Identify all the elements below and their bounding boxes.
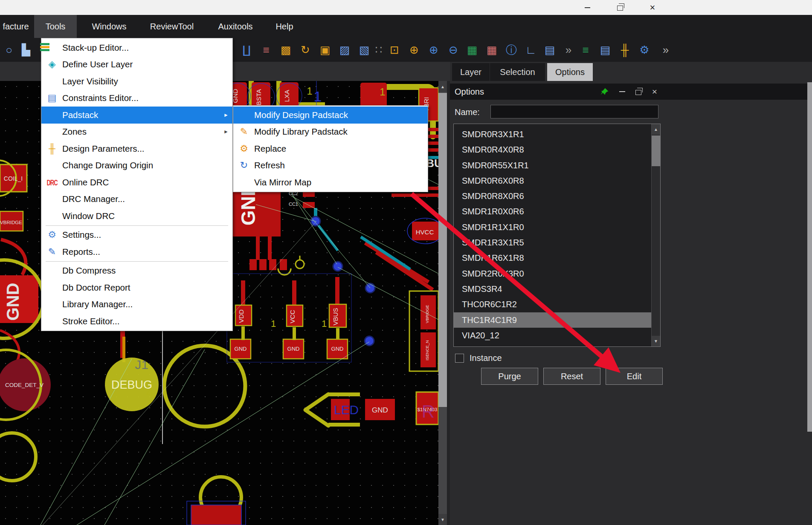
fit-selection-icon[interactable]: ⊡ bbox=[386, 42, 403, 58]
net-properties-icon[interactable]: ≡ bbox=[258, 42, 274, 58]
menu-item-drc-manager[interactable]: DRC Manager... bbox=[41, 191, 232, 208]
mesh-green-icon[interactable]: ▦ bbox=[464, 42, 480, 58]
list-scroll-up-icon[interactable]: ▲ bbox=[652, 124, 660, 135]
panel-close-icon[interactable]: × bbox=[649, 87, 660, 97]
padstack-item-smdr2r0x3r0[interactable]: SMDR2R0X3R0 bbox=[454, 266, 660, 281]
close-button[interactable]: × bbox=[645, 2, 660, 13]
padstack-item-smdr0r4x0r8[interactable]: SMDR0R4X0R8 bbox=[454, 142, 660, 157]
pcb-label: VBRIDGE bbox=[0, 220, 22, 225]
info-icon[interactable]: ⓘ bbox=[503, 42, 519, 58]
zoom-in-icon[interactable]: ⊕ bbox=[426, 42, 442, 58]
timer-icon[interactable]: ○ bbox=[1, 42, 17, 58]
menu-item-reports[interactable]: ✎Reports... bbox=[41, 243, 232, 260]
menu-item-via-mirror-map[interactable]: Via Mirror Map bbox=[233, 174, 428, 191]
name-input[interactable] bbox=[490, 105, 658, 118]
grip-icon[interactable]: ∷ bbox=[371, 42, 387, 58]
menu-item-padstack[interactable]: Padstack► bbox=[41, 107, 232, 124]
purge-button[interactable]: Purge bbox=[481, 368, 538, 385]
menubar-item-facture[interactable]: facture bbox=[0, 15, 32, 38]
tab-layer[interactable]: Layer bbox=[452, 63, 490, 81]
overflow-grip-icon[interactable]: » bbox=[560, 42, 577, 58]
reset-button[interactable]: Reset bbox=[543, 368, 600, 385]
menu-item-modify-design-padstack[interactable]: Modify Design Padstack bbox=[233, 107, 428, 124]
zoom-area-icon[interactable]: ⊕ bbox=[406, 42, 422, 58]
padstack-item-smdr0r3x1r1[interactable]: SMDR0R3X1R1 bbox=[454, 127, 660, 142]
padstack-item-smdr0r6x0r8[interactable]: SMDR0R6X0R8 bbox=[454, 173, 660, 188]
menubar-item-help[interactable]: Help bbox=[271, 15, 298, 38]
plane-fill-icon[interactable]: ▨ bbox=[336, 42, 353, 58]
tab-options[interactable]: Options bbox=[547, 63, 593, 81]
padstack-item-smds3r4[interactable]: SMDS3R4 bbox=[454, 281, 660, 297]
draw-shape-icon[interactable]: ▙ bbox=[18, 42, 34, 58]
zoom-out-icon[interactable]: ⊖ bbox=[445, 42, 461, 58]
report-info-icon[interactable]: ▤ bbox=[542, 42, 558, 58]
menu-item-library-manager[interactable]: Library Manager... bbox=[41, 296, 232, 313]
padstack-item-smdr1r1x1r0[interactable]: SMDR1R1X1R0 bbox=[454, 219, 660, 235]
maximize-button[interactable] bbox=[613, 2, 627, 13]
pcb-vertical-scrollbar[interactable]: ▲ ▼ bbox=[438, 81, 447, 525]
menu-item-window-drc[interactable]: Window DRC bbox=[41, 208, 232, 225]
menu-item-online-drc[interactable]: DRCOnline DRC bbox=[41, 174, 232, 191]
scroll-up-icon[interactable]: ▲ bbox=[438, 81, 447, 92]
display-control-icon[interactable]: ╫ bbox=[617, 42, 633, 58]
menu-item-constraints-editor[interactable]: ▤Constraints Editor... bbox=[41, 90, 232, 107]
padstack-item-smdr1r3x1r5[interactable]: SMDR1R3X1R5 bbox=[454, 235, 660, 250]
menu-item-zones[interactable]: Zones► bbox=[41, 124, 232, 141]
measure-icon[interactable]: ∟ bbox=[523, 42, 539, 58]
panel-restore-icon[interactable] bbox=[633, 87, 644, 97]
panel-minimize-icon[interactable] bbox=[617, 87, 628, 97]
menu-item-label: Reports... bbox=[62, 247, 100, 257]
menu-item-refresh[interactable]: ↻Refresh bbox=[233, 157, 428, 174]
minimize-button[interactable] bbox=[580, 2, 594, 13]
menubar-item-auxitools[interactable]: Auxitools bbox=[213, 15, 258, 38]
menu-item-modify-library-padstack[interactable]: ✎Modify Library Padstack bbox=[233, 124, 428, 141]
menubar-item-reviewtool[interactable]: ReviewTool bbox=[145, 15, 199, 38]
pcb-label: 1 bbox=[271, 318, 276, 329]
padstack-item-smdr0r8x0r6[interactable]: SMDR0R8X0R6 bbox=[454, 188, 660, 204]
padstack-item-thc0r6c1r2[interactable]: THC0R6C1R2 bbox=[454, 297, 660, 312]
menubar-item-tools[interactable]: Tools bbox=[34, 15, 77, 38]
menu-item-db-compress[interactable]: Db Compress bbox=[41, 262, 232, 280]
menu-item-label: Refresh bbox=[254, 160, 285, 170]
list-scrollbar[interactable]: ▲ ▼ bbox=[651, 124, 660, 346]
menu-item-stroke-editor[interactable]: Stroke Editor... bbox=[41, 313, 232, 330]
settings-gear-icon[interactable]: ⚙ bbox=[636, 42, 652, 58]
instance-checkbox[interactable] bbox=[455, 354, 464, 363]
padstack-submenu: Modify Design Padstack✎Modify Library Pa… bbox=[233, 105, 428, 192]
menu-item-define-user-layer[interactable]: ◈Define User Layer bbox=[41, 56, 232, 73]
menu-item-label: Define User Layer bbox=[62, 59, 133, 69]
redraw-icon[interactable]: ↻ bbox=[297, 42, 313, 58]
mesh-red-icon[interactable]: ▦ bbox=[484, 42, 500, 58]
overflow-icon[interactable]: » bbox=[658, 42, 674, 58]
edit-button[interactable]: Edit bbox=[606, 368, 663, 385]
padstack-item-smdr1r6x1r8[interactable]: SMDR1R6X1R8 bbox=[454, 250, 660, 265]
blank-icon bbox=[45, 211, 59, 222]
pad-icon[interactable]: ▣ bbox=[317, 42, 333, 58]
padstack-list[interactable]: SMDR0R3X1R1SMDR0R4X0R8SMDR0R55X1R1SMDR0R… bbox=[453, 124, 661, 347]
plane-select-icon[interactable]: ▧ bbox=[356, 42, 372, 58]
stackup-icon[interactable]: ≡ bbox=[577, 42, 594, 58]
pin-icon[interactable] bbox=[599, 87, 610, 97]
tab-selection[interactable]: Selection bbox=[490, 63, 545, 81]
menu-item-settings[interactable]: ⚙Settings... bbox=[41, 227, 232, 244]
menu-item-layer-visibility[interactable]: Layer Visibility bbox=[41, 73, 232, 90]
menu-item-db-doctor-report[interactable]: Db Doctor Report bbox=[41, 279, 232, 296]
panel-scrollbar[interactable] bbox=[807, 82, 812, 432]
editor-panel-icon[interactable]: ▤ bbox=[597, 42, 613, 58]
menu-item-design-parameters[interactable]: ╫Design Parameters... bbox=[41, 140, 232, 157]
padstack-item-via20-12[interactable]: VIA20_12 bbox=[454, 328, 660, 343]
pin-route-icon[interactable]: ∐ bbox=[238, 42, 255, 58]
menu-item-change-drawing-origin[interactable]: Change Drawing Origin bbox=[41, 157, 232, 174]
menu-item-replace[interactable]: ⚙Replace bbox=[233, 140, 428, 157]
list-scrollbar-thumb[interactable] bbox=[652, 136, 660, 166]
padstack-item-thc1r4c1r9[interactable]: THC1R4C1R9 bbox=[454, 312, 660, 328]
list-scroll-down-icon[interactable]: ▼ bbox=[652, 336, 660, 346]
pattern-fill-icon[interactable]: ▩ bbox=[278, 42, 294, 58]
pcb-scrollbar-thumb[interactable] bbox=[438, 93, 447, 407]
menubar-item-windows[interactable]: Windows bbox=[88, 15, 130, 38]
padstack-item-smdr1r0x0r6[interactable]: SMDR1R0X0R6 bbox=[454, 204, 660, 219]
scroll-down-icon[interactable]: ▼ bbox=[438, 514, 447, 525]
menu-item-label: Padstack bbox=[62, 110, 98, 120]
padstack-item-smdr0r55x1r1[interactable]: SMDR0R55X1R1 bbox=[454, 158, 660, 173]
menu-item-stack-up-editor[interactable]: Stack-up Editor... bbox=[41, 39, 232, 56]
